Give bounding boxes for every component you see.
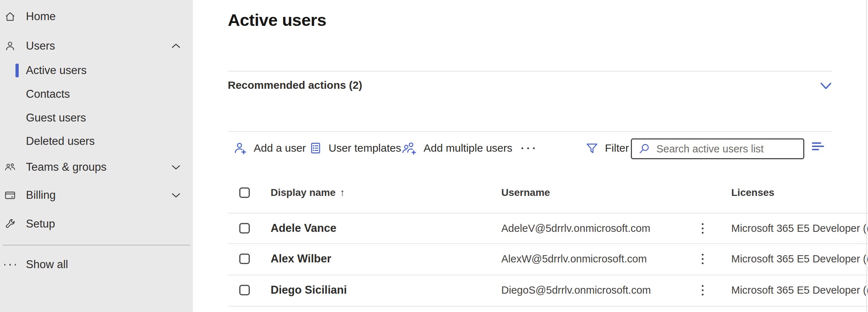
user-templates-button[interactable]: User templates	[309, 137, 401, 160]
recommended-actions-heading: Recommended actions (2)	[228, 79, 362, 91]
sidebar-item-deleted-users[interactable]: Deleted users	[0, 130, 193, 152]
table-row: Alex Wilber AlexW@5drrlv.onmicrosoft.com…	[228, 244, 868, 274]
row-divider	[228, 306, 868, 307]
more-actions-button[interactable]	[519, 137, 537, 160]
filter-funnel-icon	[585, 141, 599, 155]
people-add-icon	[402, 141, 417, 155]
more-dots-icon	[4, 254, 16, 275]
licenses-cell: Microsoft 365 E5 Developer (withou	[731, 253, 868, 265]
username-cell: AdeleV@5drrlv.onmicrosoft.com	[501, 222, 650, 234]
add-user-button[interactable]: Add a user	[233, 137, 306, 160]
sidebar-item-setup[interactable]: Setup	[0, 213, 193, 235]
sidebar: Home Users Active users Contacts Guest u…	[0, 0, 193, 312]
customize-columns-icon[interactable]	[812, 142, 825, 152]
sidebar-item-label: Guest users	[26, 111, 86, 124]
sidebar-item-label: Active users	[26, 64, 87, 77]
chevron-down-icon	[171, 164, 181, 170]
sidebar-divider	[3, 245, 190, 246]
search-box	[631, 138, 804, 159]
sidebar-item-label: Setup	[26, 217, 55, 230]
sidebar-item-label: Contacts	[26, 88, 70, 101]
sidebar-item-active-users[interactable]: Active users	[0, 60, 193, 81]
home-icon	[4, 11, 16, 22]
row-more-actions-icon[interactable]	[697, 220, 707, 236]
select-all-checkbox[interactable]	[239, 188, 250, 198]
username-cell: AlexW@5drrlv.onmicrosoft.com	[501, 253, 647, 265]
wrench-icon	[4, 218, 16, 230]
row-checkbox[interactable]	[239, 254, 250, 264]
add-user-label: Add a user	[254, 142, 306, 154]
filter-button[interactable]: Filter	[585, 137, 629, 160]
table-row: Adele Vance AdeleV@5drrlv.onmicrosoft.co…	[228, 214, 868, 243]
filter-label: Filter	[605, 142, 629, 154]
licenses-cell: Microsoft 365 E5 Developer (withou	[731, 284, 868, 296]
sidebar-item-show-all[interactable]: Show all	[0, 254, 193, 275]
display-name-link[interactable]: Adele Vance	[271, 222, 336, 235]
sidebar-item-label: Show all	[26, 258, 68, 271]
sidebar-item-users[interactable]: Users	[0, 35, 193, 57]
display-name-link[interactable]: Alex Wilber	[271, 252, 331, 265]
chevron-up-icon	[171, 43, 181, 49]
person-add-icon	[233, 141, 248, 155]
sidebar-item-label: Home	[26, 10, 56, 23]
display-name-link[interactable]: Diego Siciliani	[271, 284, 347, 297]
sidebar-item-teams-groups[interactable]: Teams & groups	[0, 156, 193, 178]
sidebar-item-contacts[interactable]: Contacts	[0, 83, 193, 105]
sort-ascending-arrow-icon: ↑	[340, 187, 345, 198]
sidebar-item-label: Users	[26, 40, 55, 52]
more-actions-icon	[521, 137, 535, 160]
column-header-label: Display name	[271, 187, 336, 198]
table-row: Diego Siciliani DiegoS@5drrlv.onmicrosof…	[228, 275, 868, 305]
page-title: Active users	[228, 10, 326, 30]
scroll-edge	[866, 0, 867, 312]
recommended-actions-expand-chevron-icon[interactable]	[820, 81, 832, 91]
sidebar-item-label: Billing	[26, 189, 56, 202]
licenses-cell: Microsoft 365 E5 Developer (withou	[731, 222, 868, 234]
row-checkbox[interactable]	[239, 285, 250, 295]
username-cell: DiegoS@5drrlv.onmicrosoft.com	[501, 284, 651, 296]
column-header-licenses[interactable]: Licenses	[731, 187, 774, 198]
selected-indicator	[15, 64, 19, 77]
credit-card-icon	[4, 189, 16, 201]
add-multiple-users-button[interactable]: Add multiple users	[402, 137, 512, 160]
sidebar-item-billing[interactable]: Billing	[0, 184, 193, 206]
row-more-actions-icon[interactable]	[697, 251, 707, 267]
sidebar-item-label: Deleted users	[26, 135, 95, 148]
column-header-username[interactable]: Username	[501, 187, 550, 198]
sidebar-item-home[interactable]: Home	[0, 6, 193, 27]
template-list-icon	[309, 141, 322, 155]
toolbar-divider	[228, 131, 832, 132]
chevron-down-icon	[171, 192, 181, 198]
search-input[interactable]	[656, 143, 800, 155]
sidebar-item-guest-users[interactable]: Guest users	[0, 107, 193, 129]
section-divider	[228, 71, 832, 72]
add-multiple-users-label: Add multiple users	[424, 142, 512, 154]
row-more-actions-icon[interactable]	[697, 282, 707, 298]
people-icon	[4, 161, 16, 173]
person-icon	[4, 40, 16, 52]
table-header-row: Display name↑ Username Licenses	[228, 180, 868, 206]
row-checkbox[interactable]	[239, 223, 250, 234]
sidebar-item-label: Teams & groups	[26, 161, 107, 174]
search-icon	[638, 142, 651, 155]
column-header-display-name[interactable]: Display name↑	[271, 187, 345, 198]
user-templates-label: User templates	[329, 142, 401, 154]
